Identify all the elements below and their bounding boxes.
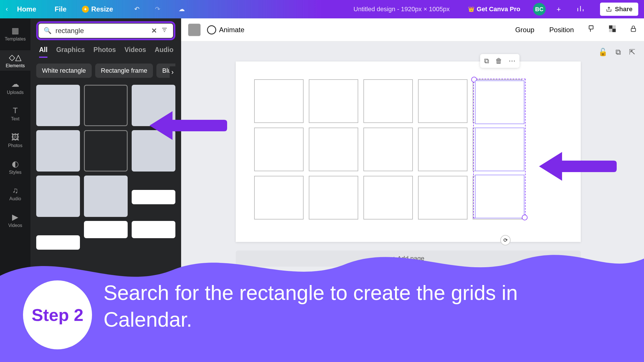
grid-cell[interactable] <box>309 176 358 219</box>
share-button[interactable]: Share <box>600 3 638 16</box>
grid-cell[interactable] <box>363 79 413 123</box>
svg-rect-3 <box>612 25 616 29</box>
document-title[interactable]: Untitled design - 1920px × 1005px <box>354 5 450 13</box>
svg-rect-5 <box>631 28 635 32</box>
position-button[interactable]: Position <box>549 26 574 34</box>
grid-cell[interactable] <box>418 176 467 219</box>
group-button[interactable]: Group <box>515 26 534 34</box>
redo-icon[interactable]: ↷ <box>155 5 160 13</box>
selected-cell[interactable] <box>475 175 524 218</box>
result-item[interactable] <box>36 130 80 172</box>
rail-styles-label: Styles <box>9 170 22 175</box>
rail-templates-label: Templates <box>5 36 26 42</box>
grid-cell[interactable] <box>418 128 467 171</box>
tab-all[interactable]: All <box>39 46 47 58</box>
step-label: Step 2 <box>32 305 83 325</box>
selection-bounds[interactable] <box>473 79 526 218</box>
result-item[interactable] <box>36 85 80 126</box>
selected-cell[interactable] <box>475 80 524 124</box>
styles-icon: ◐ <box>12 159 19 169</box>
filter-tabs: All Graphics Photos Videos Audio <box>36 46 175 58</box>
clear-search-icon[interactable]: ✕ <box>151 27 157 35</box>
resize-label: Resize <box>91 5 113 13</box>
insights-icon[interactable] <box>576 5 584 14</box>
grid-cell[interactable] <box>254 128 304 171</box>
duplicate-page-icon[interactable]: ⧉ <box>616 48 621 57</box>
rail-audio-label: Audio <box>9 196 21 201</box>
back-icon[interactable]: ‹ <box>6 5 8 13</box>
avatar[interactable]: BC <box>533 3 546 16</box>
rail-photos[interactable]: 🖼 Photos <box>0 130 30 151</box>
lock-icon[interactable] <box>630 25 637 34</box>
invite-icon[interactable]: + <box>557 5 561 14</box>
rail-elements[interactable]: ◇△ Elements <box>0 50 30 71</box>
file-menu[interactable]: File <box>55 5 66 13</box>
cloud-sync-icon[interactable]: ☁ <box>179 5 185 13</box>
copy-style-icon[interactable] <box>587 25 595 35</box>
crown-icon: 👑 <box>468 6 474 12</box>
more-options-icon[interactable]: ⋯ <box>509 57 515 65</box>
grid-cell[interactable] <box>418 79 467 123</box>
rail-text-label: Text <box>11 116 19 122</box>
resize-crown-icon: ✦ <box>82 6 89 13</box>
grid-cell[interactable] <box>254 79 304 123</box>
photos-icon: 🖼 <box>11 132 19 142</box>
templates-icon: ▦ <box>12 26 19 35</box>
selected-cell[interactable] <box>475 128 524 171</box>
grid-cell[interactable] <box>363 128 413 171</box>
delete-icon[interactable]: 🗑 <box>495 57 502 65</box>
animate-label: Animate <box>219 26 244 34</box>
rail-videos-label: Videos <box>8 223 22 228</box>
grid-cell[interactable] <box>254 176 304 219</box>
tab-videos[interactable]: Videos <box>124 46 146 58</box>
floating-tools: ⧉ 🗑 ⋯ <box>480 54 520 68</box>
result-item[interactable] <box>84 85 128 126</box>
tab-audio[interactable]: Audio <box>155 46 173 58</box>
home-link[interactable]: Home <box>17 5 36 13</box>
result-item[interactable] <box>84 221 128 238</box>
search-input[interactable] <box>55 27 147 35</box>
rail-audio[interactable]: ♫ Audio <box>0 184 30 204</box>
rail-templates[interactable]: ▦ Templates <box>0 24 30 44</box>
resize-button[interactable]: ✦ Resize <box>82 5 113 13</box>
result-item[interactable] <box>36 176 80 217</box>
share-label: Share <box>615 5 632 13</box>
lock-page-icon[interactable]: 🔓 <box>598 48 607 57</box>
elements-icon: ◇△ <box>9 53 22 62</box>
result-item[interactable] <box>132 221 175 238</box>
rail-elements-label: Elements <box>6 63 25 68</box>
undo-icon[interactable]: ↶ <box>134 5 139 13</box>
rail-text[interactable]: T Text <box>0 104 30 124</box>
rail-videos[interactable]: ▶ Videos <box>0 210 30 230</box>
result-item[interactable] <box>132 190 175 204</box>
rail-uploads-label: Uploads <box>7 90 24 95</box>
audio-icon: ♫ <box>12 186 18 195</box>
tab-graphics[interactable]: Graphics <box>56 46 85 58</box>
canvas-page[interactable] <box>236 61 581 242</box>
search-highlight: 🔍 ✕ <box>36 21 175 40</box>
add-page-icon[interactable]: ⇱ <box>629 48 635 57</box>
text-icon: T <box>13 106 18 115</box>
grid-cell[interactable] <box>363 176 413 219</box>
tab-photos[interactable]: Photos <box>93 46 116 58</box>
duplicate-icon[interactable]: ⧉ <box>484 57 489 65</box>
fill-color-swatch[interactable] <box>188 24 201 36</box>
search-icon: 🔍 <box>44 27 51 34</box>
svg-rect-1 <box>609 25 612 29</box>
filter-icon[interactable] <box>161 26 168 35</box>
grid-cell[interactable] <box>309 79 358 123</box>
chips-scroll-right-icon[interactable]: › <box>170 66 175 78</box>
grid-cell[interactable] <box>309 128 358 171</box>
chip-white-rectangle[interactable]: White rectangle <box>36 63 92 78</box>
result-item[interactable] <box>84 176 128 217</box>
rail-uploads[interactable]: ☁ Uploads <box>0 77 30 97</box>
chip-rectangle-frame[interactable]: Rectangle frame <box>95 63 153 78</box>
animate-button[interactable]: Animate <box>207 25 244 34</box>
animate-icon <box>207 25 216 34</box>
rail-styles[interactable]: ◐ Styles <box>0 157 30 177</box>
page-icons: 🔓 ⧉ ⇱ <box>598 48 635 57</box>
svg-rect-4 <box>609 29 612 32</box>
get-pro-button[interactable]: 👑 Get Canva Pro <box>468 5 520 13</box>
result-item[interactable] <box>84 130 128 172</box>
transparency-icon[interactable] <box>608 25 616 35</box>
